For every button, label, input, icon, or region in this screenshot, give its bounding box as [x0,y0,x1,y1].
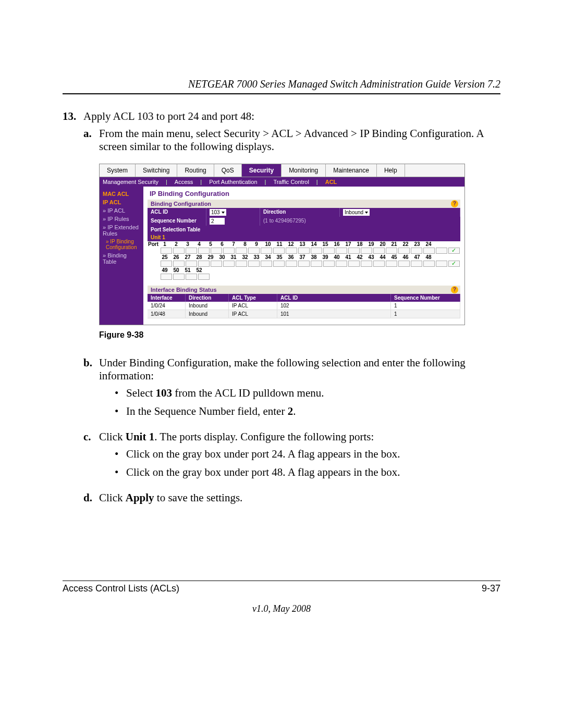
subtab-mgmt[interactable]: Management Security [103,179,158,185]
port-box[interactable] [248,248,260,254]
acl-id-select[interactable]: 103 [210,209,226,216]
port-box[interactable] [236,261,247,267]
sidebar-ip-acl-head[interactable]: IP ACL [103,199,140,205]
port-box[interactable] [198,261,210,267]
port-box[interactable] [298,261,310,267]
port-label: 23 [411,241,423,247]
port-label: 49 [159,267,170,273]
port-box[interactable] [261,261,272,267]
unit-row[interactable]: Unit 1 [148,233,460,241]
port-box[interactable] [273,248,285,254]
port-box[interactable] [223,261,235,267]
tab-system[interactable]: System [100,164,136,177]
port-box[interactable] [336,248,347,254]
port-box[interactable] [348,248,360,254]
port-label: 3 [182,241,193,247]
port-label [274,267,285,273]
help-icon[interactable]: ? [451,286,458,293]
port-box[interactable] [336,261,347,267]
port-box[interactable] [186,248,197,254]
port-box[interactable] [311,261,322,267]
port-box[interactable] [211,261,222,267]
sidebar-mac-acl[interactable]: MAC ACL [103,191,140,197]
port-box[interactable] [211,248,222,254]
sidebar-ip-rules[interactable]: » IP Rules [103,216,140,222]
port-box[interactable] [161,261,172,267]
port-box[interactable] [236,248,247,254]
port-box[interactable] [198,248,210,254]
port-label: 6 [216,241,228,247]
sidebar-ip-ext[interactable]: » IP Extended Rules [103,224,140,237]
port-box[interactable] [436,261,447,267]
port-label: 36 [285,254,297,260]
port-box[interactable] [173,274,185,280]
seq-input[interactable]: 2 [210,218,225,225]
port-label [423,267,434,273]
port-box[interactable] [398,261,410,267]
port-box[interactable] [373,261,385,267]
port-box[interactable] [386,248,397,254]
port-box[interactable] [286,261,297,267]
port-label: 4 [193,241,205,247]
port-box[interactable] [286,248,297,254]
tab-monitoring[interactable]: Monitoring [282,164,326,177]
tab-qos[interactable]: QoS [214,164,242,177]
ibs-h-aclid: ACL ID [277,294,391,302]
port-label: 21 [388,241,400,247]
substep-a-letter: a. [83,127,99,349]
port-label: 13 [297,241,308,247]
port-box[interactable] [411,261,422,267]
substep-c-letter: c. [83,430,99,484]
port-label: 28 [193,254,205,260]
port-box[interactable] [161,248,172,254]
port-label: 40 [331,254,342,260]
port-box[interactable] [248,261,260,267]
port-box[interactable] [361,248,372,254]
subtab-acl[interactable]: ACL [325,179,337,185]
sidebar-binding-table[interactable]: » Binding Table [103,252,140,265]
direction-select[interactable]: Inbound [343,209,370,216]
port-box[interactable] [186,261,197,267]
port-box[interactable] [311,248,322,254]
port-box[interactable] [423,261,435,267]
tab-routing[interactable]: Routing [177,164,214,177]
port-box[interactable] [273,261,285,267]
subtab-access[interactable]: Access [175,179,193,185]
port-box[interactable] [223,248,235,254]
port-box[interactable] [423,248,435,254]
subtab-traffic[interactable]: Traffic Control [273,179,309,185]
screenshot-figure: System Switching Routing QoS Security Mo… [99,164,465,325]
port-box[interactable] [398,248,410,254]
help-icon[interactable]: ? [451,200,458,207]
tab-switching[interactable]: Switching [136,164,177,177]
sidebar-ip-binding[interactable]: » IP Binding Configuration [103,239,140,250]
tab-security[interactable]: Security [242,164,282,177]
port-box[interactable] [261,248,272,254]
tab-maintenance[interactable]: Maintenance [326,164,377,177]
port-label: 52 [193,267,205,273]
port-box[interactable] [161,274,172,280]
port-box[interactable] [448,261,460,267]
subtab-portauth[interactable]: Port Authentication [209,179,257,185]
port-label: 20 [377,241,388,247]
port-box[interactable] [386,261,397,267]
port-box[interactable] [198,274,210,280]
port-box[interactable] [173,261,185,267]
port-box[interactable] [298,248,310,254]
port-box[interactable] [173,248,185,254]
ibs-cell: 1/0/24 [148,302,186,310]
port-box[interactable] [323,261,335,267]
port-box[interactable] [411,248,422,254]
port-box[interactable] [186,274,197,280]
bullet-item: Click on the gray box under port 24. A f… [115,448,500,461]
port-box[interactable] [448,248,460,254]
sidebar-ip-acl[interactable]: » IP ACL [103,207,140,214]
port-box[interactable] [436,248,447,254]
port-sel-header: Port Selection Table [148,226,460,233]
port-box[interactable] [361,261,372,267]
port-box[interactable] [323,248,335,254]
tab-help[interactable]: Help [377,164,405,177]
footer-rule [63,581,500,581]
port-box[interactable] [373,248,385,254]
port-box[interactable] [348,261,360,267]
